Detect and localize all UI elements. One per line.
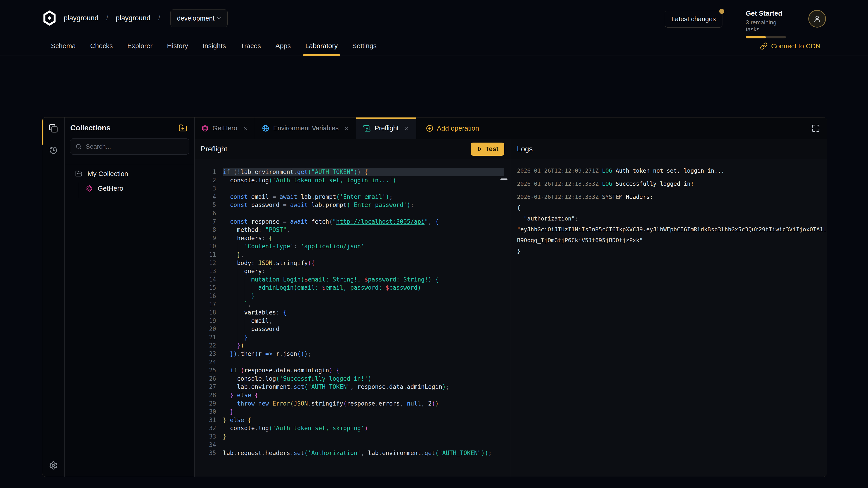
graphql-icon [86,185,93,192]
search-icon [75,143,82,150]
line-content: method: "POST", [223,226,504,234]
collection-folder-item[interactable]: My Collection [75,170,128,177]
code-line[interactable]: 13query: ` [195,267,504,275]
link-icon [760,42,768,50]
graphql-icon [202,125,209,132]
get-started-widget[interactable]: Get Started 3 remaining tasks [746,9,786,38]
collapse-handle[interactable] [500,178,507,180]
line-number: 5 [195,201,223,209]
nav-item-history[interactable]: History [167,36,188,56]
nav-item-settings[interactable]: Settings [352,36,377,56]
notification-dot [719,9,724,14]
line-number: 3 [195,184,223,193]
code-line[interactable]: 31} else { [195,416,504,424]
history-icon[interactable] [49,146,58,155]
code-line[interactable]: 16} [195,292,504,300]
code-lines: 1if (!lab.environment.get("AUTH_TOKEN"))… [195,168,504,457]
gear-icon[interactable] [49,461,58,470]
hive-logo-icon[interactable] [42,10,57,26]
close-icon[interactable] [404,126,409,131]
code-editor[interactable]: 1if (!lab.environment.get("AUTH_TOKEN"))… [195,159,504,477]
code-line[interactable]: 33} [195,432,504,441]
editor-tabbar: GetHeroEnvironment VariablesPreflight Ad… [195,118,827,139]
tab-label: GetHero [213,125,237,132]
code-line[interactable]: 18variables: { [195,308,504,317]
line-number: 31 [195,416,223,424]
code-line[interactable]: 30} [195,408,504,416]
nav-item-checks[interactable]: Checks [90,36,113,56]
operation-item-gethero[interactable]: GetHero [86,185,123,192]
line-number: 6 [195,209,223,218]
breadcrumb-org[interactable]: playground [64,0,98,36]
code-line[interactable]: 8method: "POST", [195,226,504,234]
chevron-down-icon [216,15,222,22]
nav-item-laboratory[interactable]: Laboratory [305,36,338,56]
code-line[interactable]: 1if (!lab.environment.get("AUTH_TOKEN"))… [195,168,504,176]
add-operation-button[interactable]: Add operation [416,118,489,139]
latest-changes-button[interactable]: Latest changes [665,11,722,28]
line-content: headers: { [223,234,504,242]
nav-item-explorer[interactable]: Explorer [127,36,153,56]
line-content [223,358,504,366]
line-content: console.log('Auth token set, skipping') [223,424,504,432]
test-button-label: Test [486,145,498,153]
line-content: if (response.data.adminLogin) { [223,366,504,375]
search-input[interactable] [86,143,184,150]
code-line[interactable]: 35lab.request.headers.set('Authorization… [195,449,504,457]
code-line[interactable]: 34 [195,441,504,449]
tab-preflight[interactable]: Preflight [356,118,416,139]
line-content: adminLogin(email: $email, password: $pas… [223,284,504,292]
close-icon[interactable] [344,126,349,131]
nav-item-insights[interactable]: Insights [203,36,226,56]
log-entries[interactable]: 2026-01-26T12:12:09.271Z LOG Auth token … [510,159,827,477]
code-line[interactable]: 5const password = await lab.prompt('Ente… [195,201,504,209]
tab-environment-variables[interactable]: Environment Variables [255,118,356,139]
breadcrumb-separator: / [106,0,108,36]
line-number: 23 [195,350,223,358]
code-line[interactable]: 23}).then(r => r.json()); [195,350,504,358]
code-line[interactable]: 25if (response.data.adminLogin) { [195,366,504,375]
code-line[interactable]: 11}, [195,251,504,259]
code-line[interactable]: 4const email = await lab.prompt('Enter e… [195,193,504,201]
breadcrumb-project[interactable]: playground [116,0,150,36]
folder-plus-icon[interactable] [179,124,187,132]
close-icon[interactable] [243,126,248,131]
code-line[interactable]: 10'Content-Type': 'application/json' [195,242,504,251]
nav-item-schema[interactable]: Schema [51,36,76,56]
code-line[interactable]: 21} [195,333,504,341]
collections-icon[interactable] [49,124,58,133]
line-content: mutation Login($email: String!, $passwor… [223,275,504,284]
nav-item-apps[interactable]: Apps [275,36,291,56]
lab-content: GetHeroEnvironment VariablesPreflight Ad… [195,118,827,477]
line-content: } else { [223,416,504,424]
line-number: 24 [195,358,223,366]
code-line[interactable]: 2console.log('Auth token not set, loggin… [195,176,504,185]
code-line[interactable]: 19email, [195,317,504,325]
code-line[interactable]: 12body: JSON.stringify({ [195,259,504,267]
search-box[interactable] [70,138,189,155]
code-line[interactable]: 17`, [195,300,504,308]
line-number: 19 [195,317,223,325]
code-line[interactable]: 26console.log('Successfully logged in!') [195,375,504,383]
code-line[interactable]: 20password [195,325,504,333]
code-line[interactable]: 3 [195,184,504,193]
code-line[interactable]: 29throw new Error(JSON.stringify(respons… [195,399,504,408]
connect-to-cdn-link[interactable]: Connect to CDN [760,36,820,56]
code-line[interactable]: 15adminLogin(email: $email, password: $p… [195,284,504,292]
code-line[interactable]: 6 [195,209,504,218]
test-button[interactable]: Test [471,142,504,156]
code-line[interactable]: 27lab.environment.set("AUTH_TOKEN", resp… [195,383,504,391]
code-line[interactable]: 28} else { [195,391,504,399]
code-line[interactable]: 9headers: { [195,234,504,242]
user-avatar[interactable] [808,10,826,28]
code-line[interactable]: 14mutation Login($email: String!, $passw… [195,275,504,284]
environment-selector[interactable]: development [170,9,228,27]
code-line[interactable]: 32console.log('Auth token set, skipping'… [195,424,504,432]
fullscreen-button[interactable] [811,118,827,139]
code-line[interactable]: 24 [195,358,504,366]
nav-item-traces[interactable]: Traces [241,36,261,56]
code-line[interactable]: 7const response = await fetch("http://lo… [195,218,504,226]
code-line[interactable]: 22}) [195,341,504,350]
tab-gethero[interactable]: GetHero [195,118,255,139]
line-number: 12 [195,259,223,267]
